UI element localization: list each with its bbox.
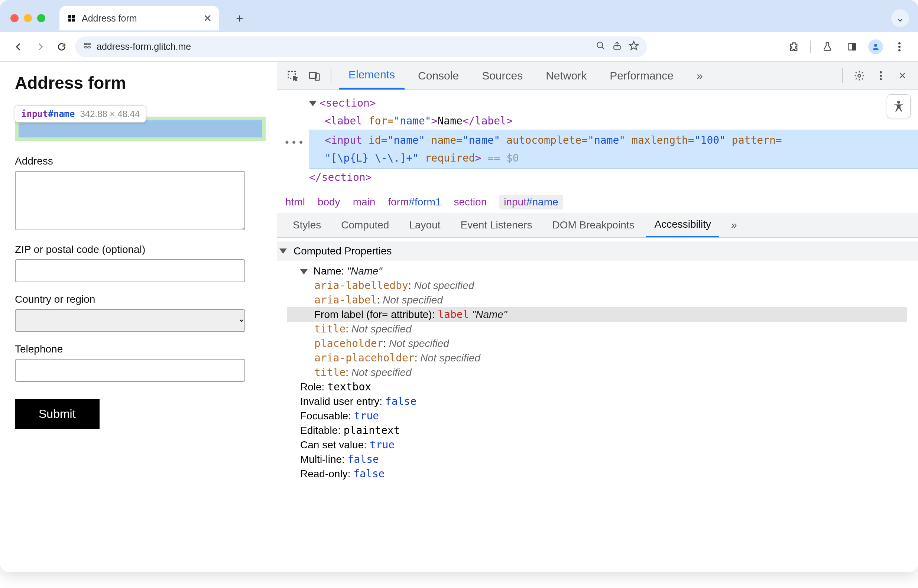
svg-point-18 xyxy=(898,46,900,48)
zoom-icon[interactable] xyxy=(596,41,606,53)
telephone-input[interactable] xyxy=(15,359,245,382)
elements-dom-tree[interactable]: <section> <label for="name">Name</label>… xyxy=(277,90,918,191)
window-minimize-button[interactable] xyxy=(24,14,32,22)
breadcrumb-item[interactable]: main xyxy=(353,196,376,208)
subpanel-tab-accessibility[interactable]: Accessibility xyxy=(646,213,719,237)
devtools-tab-console[interactable]: Console xyxy=(408,61,469,89)
subpanel-tab-computed[interactable]: Computed xyxy=(333,213,397,237)
country-select[interactable] xyxy=(15,309,245,332)
share-icon[interactable] xyxy=(612,41,622,53)
new-tab-button[interactable]: ＋ xyxy=(230,8,250,28)
profile-avatar-button[interactable] xyxy=(868,39,883,54)
svg-point-25 xyxy=(880,75,882,77)
breadcrumb-item[interactable]: section xyxy=(454,196,486,208)
svg-point-16 xyxy=(874,44,877,47)
computed-properties-header: Computed Properties xyxy=(294,245,392,257)
browser-window: Address form ✕ ＋ ⌄ address-form.glitch.m… xyxy=(0,0,918,572)
menu-icon[interactable] xyxy=(891,39,908,55)
labs-icon[interactable] xyxy=(819,39,836,55)
a11y-property-row: Invalid user entry: false xyxy=(287,394,918,409)
breadcrumb-item[interactable]: html xyxy=(285,196,305,208)
name-source-row: aria-placeholder: Not specified xyxy=(287,351,918,365)
name-source-row: title: Not specified xyxy=(287,321,918,336)
devtools-tab-performance[interactable]: Performance xyxy=(600,61,683,89)
content-split: Address form input#name 342.88 × 48.44 A… xyxy=(0,61,918,572)
element-hover-tooltip: input#name 342.88 × 48.44 xyxy=(15,105,146,123)
subpanel-tab-event-listeners[interactable]: Event Listeners xyxy=(453,213,541,237)
subpanel-tab-dom-breakpoints[interactable]: DOM Breakpoints xyxy=(544,213,643,237)
bookmark-icon[interactable] xyxy=(629,40,639,53)
nav-back-button[interactable] xyxy=(10,39,27,55)
url-bar[interactable]: address-form.glitch.me xyxy=(75,36,647,57)
svg-rect-1 xyxy=(72,15,75,18)
extensions-icon[interactable] xyxy=(786,39,802,55)
tab-title: Address form xyxy=(82,13,198,24)
svg-rect-7 xyxy=(88,47,90,48)
breadcrumb-item[interactable]: form#form1 xyxy=(388,196,441,208)
devtools-kebab-icon[interactable] xyxy=(872,67,890,85)
expand-triangle-icon[interactable] xyxy=(280,249,287,254)
address-label: Address xyxy=(15,155,266,167)
nav-forward-button[interactable] xyxy=(32,39,48,55)
svg-rect-0 xyxy=(68,15,71,18)
selected-dom-node[interactable]: ••• <input id="name" name="name" autocom… xyxy=(309,130,918,169)
subpanel-tab-styles[interactable]: Styles xyxy=(284,213,329,237)
devtools-tab-elements[interactable]: Elements xyxy=(339,61,404,89)
zip-input[interactable] xyxy=(15,259,245,282)
devtools-tabbar: ElementsConsoleSourcesNetworkPerformance… xyxy=(277,61,918,90)
country-label: Country or region xyxy=(15,294,266,305)
submit-button[interactable]: Submit xyxy=(15,399,100,429)
tabs-dropdown-button[interactable]: ⌄ xyxy=(891,9,909,27)
svg-point-17 xyxy=(898,42,900,44)
name-source-row: aria-labelledby: Not specified xyxy=(287,278,918,293)
window-maximize-button[interactable] xyxy=(37,14,45,22)
svg-line-9 xyxy=(602,47,604,49)
svg-rect-5 xyxy=(88,43,90,45)
expand-triangle-icon[interactable] xyxy=(309,101,317,106)
name-source-row: placeholder: Not specified xyxy=(287,336,918,351)
svg-marker-11 xyxy=(629,41,638,49)
a11y-property-row: Focusable: true xyxy=(287,409,918,423)
devtools-tab-network[interactable]: Network xyxy=(536,61,596,89)
breadcrumb-item[interactable]: body xyxy=(318,196,340,208)
telephone-label: Telephone xyxy=(15,343,266,355)
subpanel-tab-layout[interactable]: Layout xyxy=(401,213,448,237)
a11y-property-row: Role: textbox xyxy=(287,380,918,394)
devtools-tab-sources[interactable]: Sources xyxy=(472,61,532,89)
svg-point-19 xyxy=(898,49,900,51)
name-source-row: title: Not specified xyxy=(287,365,918,380)
tab-favicon-icon xyxy=(67,13,76,23)
name-source-row: aria-label: Not specified xyxy=(287,293,918,307)
rendered-page-pane: Address form input#name 342.88 × 48.44 A… xyxy=(0,61,277,572)
dom-actions-icon[interactable]: ••• xyxy=(284,134,305,152)
window-close-button[interactable] xyxy=(10,14,19,22)
dom-breadcrumbs[interactable]: htmlbodymainform#form1sectioninput#name xyxy=(277,191,918,213)
a11y-property-row: Multi-line: false xyxy=(287,452,918,467)
svg-rect-3 xyxy=(72,19,75,21)
address-textarea[interactable] xyxy=(15,171,245,230)
device-toolbar-icon[interactable] xyxy=(305,67,323,85)
tab-close-icon[interactable]: ✕ xyxy=(203,12,212,24)
devtools-more-tabs[interactable]: » xyxy=(687,61,713,89)
toolbar-right-actions xyxy=(786,39,908,55)
tab-strip: Address form ✕ ＋ ⌄ xyxy=(0,0,918,32)
inspect-element-icon[interactable] xyxy=(284,67,302,85)
tooltip-dimensions: 342.88 × 48.44 xyxy=(80,109,140,119)
breadcrumb-item[interactable]: input#name xyxy=(499,195,562,210)
name-source-from-label: From label (for= attribute): label "Name… xyxy=(287,307,907,321)
styles-tabbar: StylesComputedLayoutEvent ListenersDOM B… xyxy=(277,213,918,238)
subpanel-more-tabs[interactable]: » xyxy=(723,213,745,237)
devtools-close-icon[interactable]: ✕ xyxy=(894,67,911,85)
page-title: Address form xyxy=(15,73,266,93)
sidepanel-icon[interactable] xyxy=(844,39,860,55)
devtools-pane: ElementsConsoleSourcesNetworkPerformance… xyxy=(277,61,918,572)
nav-reload-button[interactable] xyxy=(53,39,70,55)
browser-toolbar: address-form.glitch.me xyxy=(0,32,918,61)
devtools-settings-icon[interactable] xyxy=(850,67,868,85)
site-settings-icon[interactable] xyxy=(83,42,91,52)
browser-tab[interactable]: Address form ✕ xyxy=(60,6,219,31)
expand-triangle-icon[interactable] xyxy=(300,269,308,275)
name-input-highlight[interactable] xyxy=(19,120,262,137)
svg-point-24 xyxy=(880,71,882,73)
accessibility-panel: Computed Properties Name: "Name" aria-la… xyxy=(277,238,918,492)
